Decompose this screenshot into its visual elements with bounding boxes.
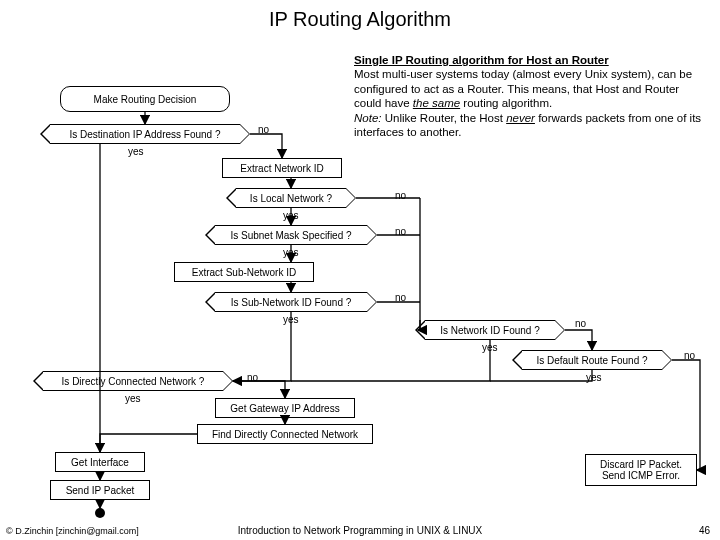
node-net-found: Is Network ID Found ? — [415, 320, 565, 340]
node-discard: Discard IP Packet. Send ICMP Error. — [585, 454, 697, 486]
label-yes-2: yes — [283, 210, 299, 221]
node-dest-found-label: Is Destination IP Address Found ? — [50, 124, 240, 144]
footer-page: 46 — [699, 525, 710, 536]
node-direct-net-label: Is Directly Connected Network ? — [43, 371, 223, 391]
label-no-5: no — [575, 318, 586, 329]
desc-heading: Single IP Routing algorithm for Host an … — [354, 54, 609, 66]
label-yes-5: yes — [482, 342, 498, 353]
label-yes-7: yes — [125, 393, 141, 404]
terminator-dot — [95, 508, 105, 518]
desc-note-a: Unlike Router, the Host — [382, 112, 507, 124]
node-dest-found: Is Destination IP Address Found ? — [40, 124, 250, 144]
label-no-6: no — [684, 350, 695, 361]
node-get-gateway: Get Gateway IP Address — [215, 398, 355, 418]
node-default-found-label: Is Default Route Found ? — [522, 350, 662, 370]
node-direct-net: Is Directly Connected Network ? — [33, 371, 233, 391]
label-no-1: no — [258, 124, 269, 135]
label-no-2: no — [395, 190, 406, 201]
desc-body-b: the same — [413, 97, 460, 109]
page-title: IP Routing Algorithm — [0, 8, 720, 31]
footer-center: Introduction to Network Programming in U… — [0, 525, 720, 536]
node-is-local: Is Local Network ? — [226, 188, 356, 208]
node-make-decision: Make Routing Decision — [60, 86, 230, 112]
node-default-found: Is Default Route Found ? — [512, 350, 672, 370]
node-subnet-spec-label: Is Subnet Mask Specified ? — [215, 225, 367, 245]
label-yes-3: yes — [283, 247, 299, 258]
label-no-7: no — [247, 372, 258, 383]
node-net-found-label: Is Network ID Found ? — [425, 320, 555, 340]
desc-note-label: Note: — [354, 112, 382, 124]
node-extract-sub: Extract Sub-Network ID — [174, 262, 314, 282]
node-is-local-label: Is Local Network ? — [236, 188, 346, 208]
label-yes-4: yes — [283, 314, 299, 325]
label-no-4: no — [395, 292, 406, 303]
label-yes-1: yes — [128, 146, 144, 157]
node-send-pkt: Send IP Packet — [50, 480, 150, 500]
description-block: Single IP Routing algorithm for Host an … — [354, 53, 706, 139]
desc-body-c: routing algorithm. — [460, 97, 552, 109]
label-yes-6: yes — [586, 372, 602, 383]
desc-note-b: never — [506, 112, 535, 124]
node-extract-net: Extract Network ID — [222, 158, 342, 178]
label-no-3: no — [395, 226, 406, 237]
node-subnet-spec: Is Subnet Mask Specified ? — [205, 225, 377, 245]
node-find-direct: Find Directly Connected Network — [197, 424, 373, 444]
node-sub-found: Is Sub-Network ID Found ? — [205, 292, 377, 312]
node-get-iface: Get Interface — [55, 452, 145, 472]
node-sub-found-label: Is Sub-Network ID Found ? — [215, 292, 367, 312]
